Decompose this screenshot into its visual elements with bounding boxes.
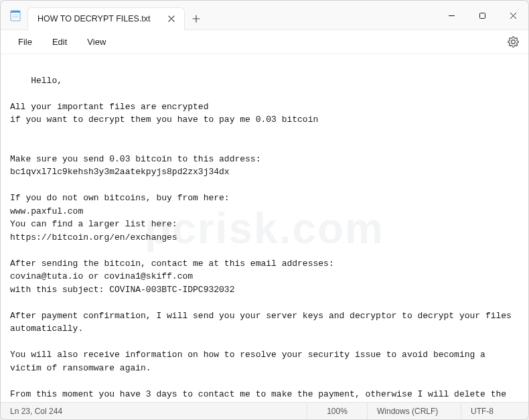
line-ending-text: Windows (CRLF) xyxy=(377,407,438,416)
menu-edit[interactable]: Edit xyxy=(44,33,75,50)
menubar: File Edit View xyxy=(1,30,528,54)
menu-view[interactable]: View xyxy=(79,33,114,50)
maximize-button[interactable] xyxy=(467,1,498,30)
svg-rect-5 xyxy=(479,13,485,18)
document-text: Hello, All your important files are encr… xyxy=(10,76,517,403)
settings-button[interactable] xyxy=(503,32,523,52)
file-tab[interactable]: HOW TO DECRYPT FILES.txt xyxy=(27,7,185,30)
zoom-text: 100% xyxy=(327,407,348,416)
encoding-text: UTF-8 xyxy=(471,407,494,416)
text-editor-area[interactable]: pcrisk.comHello, All your important file… xyxy=(1,54,528,402)
cursor-pos-text: Ln 23, Col 244 xyxy=(10,407,62,416)
svg-rect-1 xyxy=(11,11,20,13)
menu-file[interactable]: File xyxy=(10,33,40,50)
watermark-text: pcrisk.com xyxy=(145,196,384,261)
close-tab-icon[interactable] xyxy=(165,13,177,25)
minimize-button[interactable] xyxy=(436,1,467,30)
titlebar-left: HOW TO DECRYPT FILES.txt xyxy=(1,1,208,29)
notepad-app-icon xyxy=(10,9,21,22)
status-zoom[interactable]: 100% xyxy=(307,403,368,419)
tab-title: HOW TO DECRYPT FILES.txt xyxy=(37,14,151,23)
titlebar: HOW TO DECRYPT FILES.txt xyxy=(1,1,528,30)
close-window-button[interactable] xyxy=(498,1,528,30)
window-controls xyxy=(436,1,528,29)
gear-icon xyxy=(508,36,519,48)
status-line-ending[interactable]: Windows (CRLF) xyxy=(368,403,461,419)
new-tab-button[interactable] xyxy=(185,15,208,23)
notepad-window: HOW TO DECRYPT FILES.txt File Edit Vie xyxy=(0,0,529,420)
status-encoding[interactable]: UTF-8 xyxy=(461,403,528,419)
status-cursor-position[interactable]: Ln 23, Col 244 xyxy=(1,403,307,419)
statusbar: Ln 23, Col 244 100% Windows (CRLF) UTF-8 xyxy=(1,402,528,419)
